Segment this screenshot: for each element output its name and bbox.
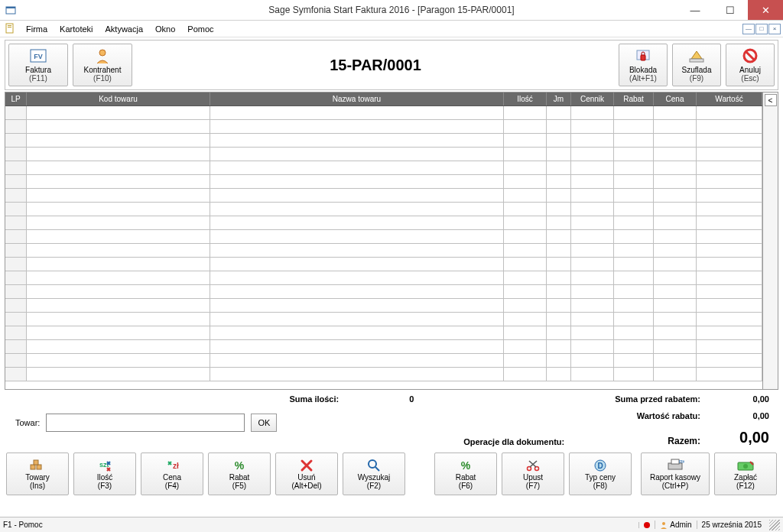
table-cell bbox=[27, 161, 210, 174]
table-cell bbox=[547, 203, 571, 216]
table-row[interactable] bbox=[5, 175, 762, 189]
document-title: 15-PAR/0001 bbox=[132, 57, 619, 74]
table-row[interactable] bbox=[5, 189, 762, 203]
resize-grip[interactable] bbox=[769, 520, 780, 530]
table-cell bbox=[27, 106, 210, 119]
window-controls: — ☐ ✕ bbox=[677, 0, 783, 20]
table-row[interactable] bbox=[5, 299, 762, 313]
table-cell bbox=[614, 368, 654, 381]
table-body[interactable] bbox=[5, 106, 762, 389]
table-row[interactable] bbox=[5, 340, 762, 354]
table-cell bbox=[654, 148, 697, 161]
col-wartosc[interactable]: Wartość bbox=[697, 92, 762, 105]
table-cell bbox=[5, 189, 27, 202]
anuluj-button[interactable]: Anuluj (Esc) bbox=[726, 44, 775, 86]
col-rabat[interactable]: Rabat bbox=[614, 92, 654, 105]
table-cell bbox=[27, 230, 210, 243]
doc-typceny-button[interactable]: D Typ ceny (F8) bbox=[569, 453, 632, 495]
kontrahent-label: Kontrahent bbox=[84, 66, 122, 74]
svg-text:D: D bbox=[597, 462, 603, 470]
table-row[interactable] bbox=[5, 258, 762, 271]
cancel-icon bbox=[742, 47, 758, 64]
ilosc-button[interactable]: szt Ilość (F3) bbox=[73, 453, 136, 495]
doc-rabat-button[interactable]: % Rabat (F6) bbox=[434, 453, 497, 495]
table-row[interactable] bbox=[5, 148, 762, 161]
zaplac-button[interactable]: Zapłać (F12) bbox=[714, 453, 777, 495]
mdi-restore-button[interactable]: □ bbox=[755, 24, 768, 34]
table-cell bbox=[614, 134, 654, 147]
cena-button[interactable]: zł Cena (F4) bbox=[141, 453, 203, 495]
table-cell bbox=[5, 134, 27, 147]
wyszukaj-button[interactable]: Wyszukaj (F2) bbox=[343, 453, 405, 495]
table-row[interactable] bbox=[5, 230, 762, 244]
bottom-toolbar: Towary (Ins) szt Ilość (F3) zł Cena (F4)… bbox=[0, 449, 783, 498]
blokada-button[interactable]: Blokada (Alt+F1) bbox=[619, 44, 668, 86]
table-row[interactable] bbox=[5, 120, 762, 134]
table-header: LP Kod towaru Nazwa towaru Ilość Jm Cenn… bbox=[5, 92, 762, 106]
maximize-button[interactable]: ☐ bbox=[713, 0, 748, 20]
table-row[interactable] bbox=[5, 244, 762, 258]
towar-ok-button[interactable]: OK bbox=[251, 414, 277, 432]
table-cell bbox=[5, 148, 27, 161]
col-ilosc[interactable]: Ilość bbox=[504, 92, 547, 105]
table-cell bbox=[654, 106, 697, 119]
table-cell bbox=[5, 368, 27, 381]
towary-button[interactable]: Towary (Ins) bbox=[6, 453, 69, 495]
doc-upust-button[interactable]: Upust (F7) bbox=[502, 453, 564, 495]
table-row[interactable] bbox=[5, 271, 762, 285]
table-row[interactable] bbox=[5, 354, 762, 368]
table-row[interactable] bbox=[5, 326, 762, 340]
svg-text:RK: RK bbox=[679, 459, 684, 464]
table-row[interactable] bbox=[5, 368, 762, 381]
menu-pomoc[interactable]: Pomoc bbox=[181, 23, 219, 35]
scissors-icon bbox=[525, 458, 541, 473]
szuflada-button[interactable]: Szuflada (F9) bbox=[672, 44, 721, 86]
rabat-button[interactable]: % Rabat (F5) bbox=[208, 453, 271, 495]
faktura-button[interactable]: FV Faktura (F11) bbox=[8, 44, 68, 86]
percent-icon: % bbox=[232, 458, 247, 473]
kontrahent-button[interactable]: Kontrahent (F10) bbox=[73, 44, 132, 86]
table-cell bbox=[5, 258, 27, 271]
toolbar: FV Faktura (F11) Kontrahent (F10) 15-PAR… bbox=[5, 40, 778, 90]
table-cell bbox=[504, 313, 547, 326]
minimize-button[interactable]: — bbox=[677, 0, 713, 20]
table-cell bbox=[210, 244, 504, 257]
table-cell bbox=[654, 368, 697, 381]
close-button[interactable]: ✕ bbox=[748, 0, 783, 20]
mdi-close-button[interactable]: × bbox=[768, 24, 781, 34]
menu-kartoteki[interactable]: Kartoteki bbox=[54, 23, 99, 35]
table-cell bbox=[504, 203, 547, 216]
col-cena[interactable]: Cena bbox=[654, 92, 697, 105]
table-row[interactable] bbox=[5, 203, 762, 216]
table-row[interactable] bbox=[5, 313, 762, 326]
menu-aktywacja[interactable]: Aktywacja bbox=[99, 23, 150, 35]
search-icon bbox=[367, 458, 381, 473]
menu-firma[interactable]: Firma bbox=[20, 23, 54, 35]
table-cell bbox=[210, 161, 504, 174]
window-titlebar: Sage Symfonia Start Faktura 2016 - [Para… bbox=[0, 0, 783, 21]
table-cell bbox=[5, 230, 27, 243]
table-cell bbox=[654, 354, 697, 367]
table-row[interactable] bbox=[5, 134, 762, 148]
usun-button[interactable]: Usuń (Alt+Del) bbox=[275, 453, 338, 495]
col-cennik[interactable]: Cennik bbox=[571, 92, 614, 105]
table-cell bbox=[654, 203, 697, 216]
towar-input[interactable] bbox=[46, 414, 245, 432]
col-lp[interactable]: LP bbox=[5, 92, 27, 105]
menu-okno[interactable]: Okno bbox=[149, 23, 181, 35]
col-jm[interactable]: Jm bbox=[547, 92, 571, 105]
col-nazwa-towaru[interactable]: Nazwa towaru bbox=[210, 92, 504, 105]
lock-icon bbox=[635, 47, 651, 64]
col-kod-towaru[interactable]: Kod towaru bbox=[27, 92, 210, 105]
collapse-button[interactable]: < bbox=[765, 94, 777, 106]
table-cell bbox=[571, 244, 614, 257]
raport-button[interactable]: RK Raport kasowy (Ctrl+P) bbox=[641, 453, 710, 495]
mdi-minimize-button[interactable]: — bbox=[742, 24, 755, 34]
table-row[interactable] bbox=[5, 216, 762, 230]
table-row[interactable] bbox=[5, 285, 762, 299]
table-row[interactable] bbox=[5, 106, 762, 120]
doc-upust-shortcut: (F7) bbox=[526, 482, 540, 490]
table-row[interactable] bbox=[5, 161, 762, 175]
type-icon: D bbox=[593, 458, 608, 473]
table-cell bbox=[504, 106, 547, 119]
